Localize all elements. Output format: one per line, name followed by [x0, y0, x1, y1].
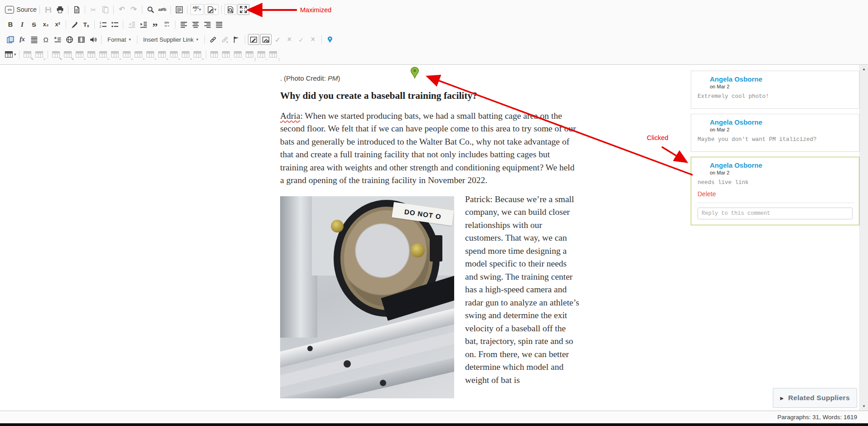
iframe-button[interactable]	[64, 34, 75, 45]
delete-table-icon	[35, 51, 43, 58]
align-left-button[interactable]	[178, 19, 189, 30]
comment-card[interactable]: Angela Osborne on Mar 2 Extremely cool p…	[691, 71, 859, 109]
find-button[interactable]	[145, 4, 156, 15]
line-spacing-button[interactable]	[29, 34, 39, 45]
track-changes-settings-button[interactable]	[260, 34, 272, 45]
map-pin-button[interactable]	[325, 34, 335, 45]
table-properties-button[interactable]	[22, 49, 33, 60]
track-changes-button[interactable]	[248, 34, 259, 45]
reject-change-button[interactable]: ×	[284, 34, 295, 45]
merge-right-button[interactable]	[221, 49, 232, 60]
preview-button[interactable]	[224, 4, 237, 15]
row-properties-button[interactable]	[63, 49, 73, 60]
reject-all-changes-button[interactable]: ×	[308, 34, 319, 45]
insert-row-below-button[interactable]	[145, 49, 156, 60]
decrease-indent-button[interactable]	[126, 19, 137, 30]
chevron-down-icon: ▾	[14, 53, 16, 57]
new-page-button[interactable]	[71, 4, 82, 15]
comment-date: on Mar 2	[710, 170, 853, 175]
bold-button[interactable]: B	[5, 19, 16, 30]
insert-cell-below-button[interactable]	[110, 49, 121, 60]
blockquote-button[interactable]: ”	[150, 19, 160, 30]
divider	[697, 203, 853, 203]
redo-button[interactable]: ↷	[128, 4, 139, 15]
insert-cell-left-button[interactable]	[74, 49, 85, 60]
reply-input[interactable]	[698, 208, 853, 219]
split-row-button[interactable]	[256, 49, 267, 60]
align-center-button[interactable]	[190, 19, 201, 30]
scayt-button[interactable]: ▾	[204, 4, 219, 15]
remove-format-button[interactable]: Tₓ	[81, 19, 92, 30]
insert-cell-above-button[interactable]	[98, 49, 109, 60]
align-right-button[interactable]	[202, 19, 213, 30]
increase-indent-button[interactable]	[138, 19, 149, 30]
insert-table-button[interactable]: ▾	[5, 49, 16, 60]
unlink-button[interactable]	[219, 34, 230, 45]
select-all-button[interactable]	[174, 4, 184, 15]
superscript-button[interactable]: x²	[52, 19, 63, 30]
separator	[39, 5, 40, 14]
comment-body: Maybe you don't want PM italicized?	[698, 136, 853, 143]
delete-col-button[interactable]	[192, 49, 203, 60]
accept-all-changes-button[interactable]: ✓	[296, 34, 307, 45]
source-button[interactable]: <> Source	[5, 4, 37, 15]
table-icon	[5, 51, 13, 58]
select-all-icon	[175, 6, 183, 14]
delete-comment-link[interactable]: Delete	[698, 190, 716, 198]
accept-change-button[interactable]: ✓	[272, 34, 283, 45]
insert-col-left-button[interactable]	[169, 49, 179, 60]
copy-formatting-button[interactable]	[69, 19, 80, 30]
comment-author-link[interactable]: Angela Osborne	[710, 161, 762, 169]
related-suppliers-button[interactable]: ▶ Related Suppliers	[773, 388, 857, 408]
scroll-up-icon[interactable]: ▲	[860, 67, 868, 71]
undo-button[interactable]: ↶	[116, 4, 127, 15]
video-button[interactable]	[76, 34, 87, 45]
format-dropdown[interactable]: Format ▾	[104, 34, 135, 45]
comment-author-link[interactable]: Angela Osborne	[710, 118, 762, 126]
insert-row-above-button[interactable]	[133, 49, 144, 60]
delete-row-button[interactable]	[157, 49, 168, 60]
cell-properties-button[interactable]	[51, 49, 62, 60]
bulleted-list-button[interactable]	[109, 19, 120, 30]
vertical-scrollbar[interactable]: ▲ ▼	[859, 65, 868, 411]
delete-table-button[interactable]	[34, 49, 45, 60]
replace-button[interactable]: a⇄b	[157, 4, 168, 15]
strikethrough-button[interactable]: S	[29, 19, 39, 30]
insert-cell-right-button[interactable]	[86, 49, 97, 60]
anchor-button[interactable]	[231, 34, 242, 45]
scroll-down-icon[interactable]: ▼	[860, 404, 868, 408]
merge-cells-button[interactable]	[209, 49, 220, 60]
audio-button[interactable]	[87, 34, 98, 45]
special-character-button[interactable]: Ω	[40, 34, 51, 45]
delete-cell-button[interactable]	[121, 49, 132, 60]
div-container-button[interactable]: DIV</ >	[161, 19, 172, 30]
split-cell-button[interactable]	[244, 49, 255, 60]
comment-marker-pin[interactable]	[410, 67, 419, 79]
save-button[interactable]	[43, 4, 53, 15]
spell-check-button[interactable]: ABC ✓ ▾	[190, 4, 204, 15]
align-justify-button[interactable]	[213, 19, 224, 30]
toc-button[interactable]	[52, 34, 63, 45]
merge-down-button[interactable]	[233, 49, 243, 60]
insert-supplier-link-dropdown[interactable]: Insert Supplier Link ▾	[140, 34, 202, 45]
link-button[interactable]	[208, 34, 218, 45]
formula-button[interactable]: fx	[17, 34, 28, 45]
article-image[interactable]: DO NOT O	[280, 196, 454, 398]
insert-col-right-button[interactable]	[180, 49, 191, 60]
split-col-button[interactable]	[268, 49, 279, 60]
templates-button[interactable]	[5, 34, 16, 45]
separator	[137, 35, 137, 44]
svg-text:2: 2	[99, 25, 101, 28]
comment-author-link[interactable]: Angela Osborne	[710, 75, 762, 83]
comment-card-selected[interactable]: Angela Osborne on Mar 2 needs live link …	[691, 157, 859, 225]
document-body[interactable]: . (Photo Credit: PM) Why did you create …	[280, 65, 579, 411]
cut-button[interactable]: ✂	[88, 4, 99, 15]
copy-button[interactable]	[100, 4, 111, 15]
numbered-list-button[interactable]: 12	[97, 19, 108, 30]
print-button[interactable]	[54, 4, 65, 15]
subscript-button[interactable]: x₂	[40, 19, 51, 30]
maximize-button[interactable]	[238, 4, 249, 15]
comment-card[interactable]: Angela Osborne on Mar 2 Maybe you don't …	[691, 114, 859, 152]
italic-button[interactable]: I	[17, 19, 28, 30]
separator	[245, 35, 245, 44]
